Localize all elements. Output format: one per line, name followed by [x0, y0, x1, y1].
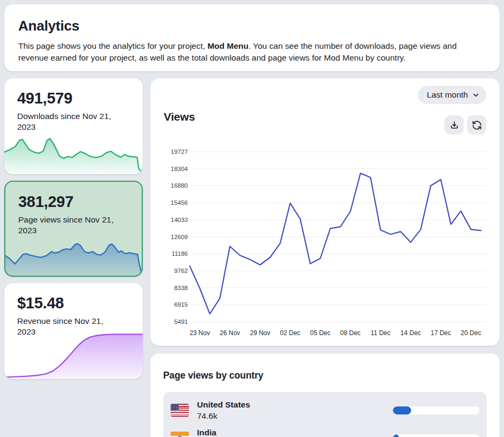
svg-text:5491: 5491: [174, 319, 188, 325]
svg-text:15456: 15456: [171, 199, 188, 206]
country-row-india: India: [171, 424, 479, 437]
svg-text:11186: 11186: [172, 250, 188, 257]
us-flag-icon: [171, 404, 189, 417]
refresh-chart-button[interactable]: [467, 115, 486, 135]
country-name: United States: [197, 400, 250, 410]
page-views-sparkline: [5, 241, 142, 276]
svg-text:05 Dec: 05 Dec: [310, 329, 331, 337]
description-text-before: This page shows you the analytics for yo…: [18, 41, 207, 50]
country-progress-fill: [393, 406, 411, 414]
country-list: United States 74.6k India: [163, 392, 487, 437]
country-info: India: [197, 428, 216, 437]
date-range-label: Last month: [427, 90, 468, 100]
page-views-label: Page views since Nov 21, 2023: [5, 211, 142, 236]
downloads-label: Downloads since Nov 21, 2023: [4, 107, 143, 132]
revenue-amount: $15.48: [4, 283, 143, 312]
project-name: Mod Menu: [207, 41, 249, 50]
refresh-icon: [472, 120, 482, 130]
svg-text:6915: 6915: [174, 301, 188, 308]
svg-text:23 Nov: 23 Nov: [189, 329, 210, 337]
svg-text:12609: 12609: [171, 234, 188, 240]
country-card-title: Page views by country: [150, 353, 500, 381]
country-views-card: Page views by country United States 74.6…: [150, 353, 500, 437]
stat-card-downloads[interactable]: 491,579 Downloads since Nov 21, 2023: [4, 78, 143, 174]
downloads-sparkline: [4, 135, 143, 174]
svg-text:17 Dec: 17 Dec: [430, 329, 451, 337]
download-chart-button[interactable]: [444, 115, 464, 135]
page-views-count: 381,297: [5, 182, 142, 211]
country-progress-bar: [393, 434, 479, 437]
country-page-views: 74.6k: [197, 411, 250, 421]
date-range-selector[interactable]: Last month: [418, 86, 486, 104]
country-row-united-states: United States 74.6k: [171, 396, 479, 424]
india-flag-icon: [171, 432, 189, 437]
views-chart-card: Last month Views 19727183041688015456140…: [150, 78, 500, 346]
country-name: India: [197, 428, 216, 437]
svg-text:02 Dec: 02 Dec: [280, 329, 301, 337]
svg-text:14033: 14033: [171, 217, 188, 223]
download-icon: [449, 120, 459, 130]
views-line-chart[interactable]: 1972718304168801545614033126091118697628…: [163, 137, 494, 342]
stat-card-revenue[interactable]: $15.48 Revenue since Nov 21, 2023: [4, 283, 143, 379]
svg-text:26 Nov: 26 Nov: [220, 329, 240, 337]
chevron-down-icon: [472, 91, 480, 99]
svg-text:29 Nov: 29 Nov: [250, 329, 270, 337]
svg-text:18304: 18304: [171, 166, 188, 172]
revenue-sparkline: [4, 332, 143, 379]
page-title: Analytics: [4, 4, 500, 34]
svg-text:11 Dec: 11 Dec: [370, 329, 390, 337]
svg-text:20 Dec: 20 Dec: [461, 329, 481, 337]
svg-text:16880: 16880: [171, 182, 188, 189]
svg-text:19727: 19727: [171, 149, 188, 155]
svg-text:9762: 9762: [174, 268, 188, 274]
country-progress-fill: [393, 434, 399, 437]
svg-text:08 Dec: 08 Dec: [340, 329, 361, 337]
chart-title: Views: [164, 110, 195, 123]
page-description: This page shows you the analytics for yo…: [18, 40, 486, 64]
country-info: United States 74.6k: [197, 400, 250, 421]
header-card: Analytics This page shows you the analyt…: [4, 4, 500, 71]
analytics-page: Analytics This page shows you the analyt…: [0, 0, 504, 437]
downloads-count: 491,579: [4, 78, 143, 107]
svg-text:8338: 8338: [174, 285, 188, 291]
stat-card-page-views[interactable]: 381,297 Page views since Nov 21, 2023: [4, 181, 143, 277]
country-progress-bar: [393, 406, 479, 414]
svg-text:14 Dec: 14 Dec: [400, 329, 421, 337]
